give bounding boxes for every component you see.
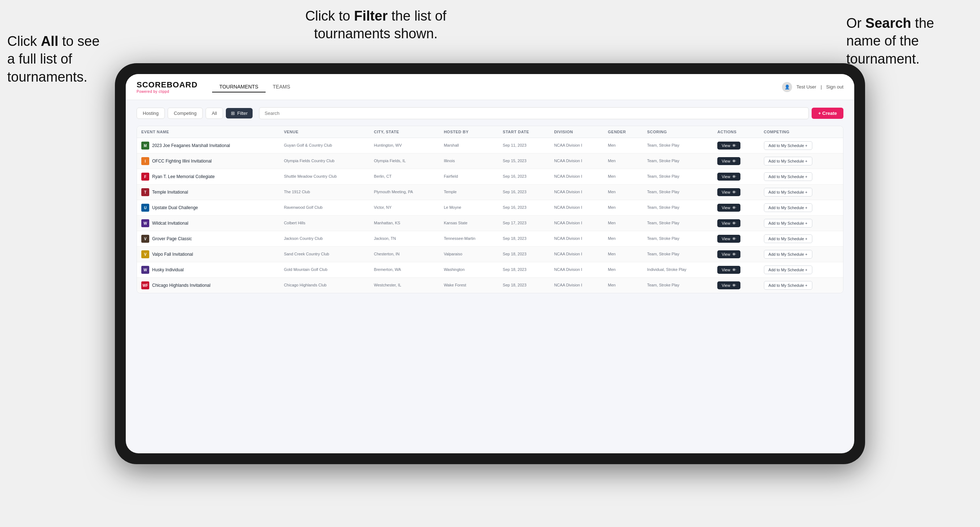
col-actions: ACTIONS xyxy=(713,126,759,138)
hosting-button[interactable]: Hosting xyxy=(137,108,165,119)
cell-actions-9: View 👁 xyxy=(713,278,759,293)
cell-city-state-4: Victor, NY xyxy=(370,200,439,216)
eye-icon-1: 👁 xyxy=(732,159,736,163)
view-button-2[interactable]: View 👁 xyxy=(717,173,740,181)
table-row: T Temple Invitational The 1912 Club Plym… xyxy=(137,184,843,200)
filter-button[interactable]: ⊞ Filter xyxy=(226,108,253,119)
cell-division-8: NCAA Division I xyxy=(550,262,603,278)
cell-venue-1: Olympia Fields Country Club xyxy=(280,154,370,169)
add-schedule-button-6[interactable]: Add to My Schedule + xyxy=(764,235,812,243)
view-button-8[interactable]: View 👁 xyxy=(717,266,740,274)
add-schedule-button-2[interactable]: Add to My Schedule + xyxy=(764,172,812,181)
add-schedule-button-0[interactable]: Add to My Schedule + xyxy=(764,141,812,150)
tab-teams[interactable]: TEAMS xyxy=(266,82,298,92)
cell-hosted-by-0: Marshall xyxy=(439,138,498,154)
cell-venue-0: Guyan Golf & Country Club xyxy=(280,138,370,154)
add-schedule-button-7[interactable]: Add to My Schedule + xyxy=(764,250,812,259)
eye-icon-7: 👁 xyxy=(732,252,736,256)
cell-venue-7: Sand Creek Country Club xyxy=(280,247,370,262)
col-venue: VENUE xyxy=(280,126,370,138)
view-button-5[interactable]: View 👁 xyxy=(717,219,740,227)
all-button[interactable]: All xyxy=(205,108,223,119)
view-button-1[interactable]: View 👁 xyxy=(717,157,740,165)
col-gender: GENDER xyxy=(603,126,643,138)
cell-hosted-by-1: Illinois xyxy=(439,154,498,169)
team-logo-1: I xyxy=(141,157,149,165)
filter-bar: Hosting Competing All ⊞ Filter + Create xyxy=(137,107,843,119)
cell-city-state-5: Manhattan, KS xyxy=(370,216,439,231)
cell-gender-0: Men xyxy=(603,138,643,154)
view-button-9[interactable]: View 👁 xyxy=(717,281,740,289)
cell-scoring-8: Individual, Stroke Play xyxy=(643,262,713,278)
annotation-top-center: Click to Filter the list oftournaments s… xyxy=(275,7,477,43)
cell-hosted-by-4: Le Moyne xyxy=(439,200,498,216)
cell-hosted-by-3: Temple xyxy=(439,184,498,200)
table-row: WF Chicago Highlands Invitational Chicag… xyxy=(137,278,843,293)
cell-division-5: NCAA Division I xyxy=(550,216,603,231)
cell-city-state-9: Westchester, IL xyxy=(370,278,439,293)
add-schedule-button-4[interactable]: Add to My Schedule + xyxy=(764,203,812,212)
team-logo-2: F xyxy=(141,173,149,181)
logo-area: SCOREBOARD Powered by clippd xyxy=(137,80,198,94)
cell-gender-1: Men xyxy=(603,154,643,169)
filter-button-label: Filter xyxy=(237,111,248,116)
cell-competing-6: Add to My Schedule + xyxy=(760,231,843,247)
cell-actions-7: View 👁 xyxy=(713,247,759,262)
add-schedule-button-3[interactable]: Add to My Schedule + xyxy=(764,188,812,197)
cell-gender-7: Men xyxy=(603,247,643,262)
view-button-3[interactable]: View 👁 xyxy=(717,188,740,196)
cell-event-name-4: U Upstate Dual Challenge xyxy=(137,200,280,216)
cell-competing-9: Add to My Schedule + xyxy=(760,278,843,293)
cell-division-9: NCAA Division I xyxy=(550,278,603,293)
team-logo-0: M xyxy=(141,141,149,149)
cell-city-state-3: Plymouth Meeting, PA xyxy=(370,184,439,200)
cell-start-date-1: Sep 15, 2023 xyxy=(498,154,550,169)
cell-start-date-5: Sep 17, 2023 xyxy=(498,216,550,231)
search-input-wrap xyxy=(259,107,809,119)
cell-event-name-6: V Grover Page Classic xyxy=(137,231,280,247)
cell-division-3: NCAA Division I xyxy=(550,184,603,200)
cell-start-date-2: Sep 16, 2023 xyxy=(498,169,550,184)
view-button-6[interactable]: View 👁 xyxy=(717,235,740,243)
cell-city-state-2: Berlin, CT xyxy=(370,169,439,184)
cell-event-name-5: W Wildcat Invitational xyxy=(137,216,280,231)
add-schedule-button-8[interactable]: Add to My Schedule + xyxy=(764,265,812,274)
competing-button[interactable]: Competing xyxy=(168,108,203,119)
eye-icon-0: 👁 xyxy=(732,143,736,148)
view-button-7[interactable]: View 👁 xyxy=(717,250,740,258)
event-name-text-5: Wildcat Invitational xyxy=(152,221,188,226)
create-button[interactable]: + Create xyxy=(811,108,843,119)
cell-division-1: NCAA Division I xyxy=(550,154,603,169)
cell-actions-5: View 👁 xyxy=(713,216,759,231)
cell-competing-2: Add to My Schedule + xyxy=(760,169,843,184)
view-button-4[interactable]: View 👁 xyxy=(717,204,740,212)
cell-competing-5: Add to My Schedule + xyxy=(760,216,843,231)
col-city-state: CITY, STATE xyxy=(370,126,439,138)
cell-start-date-9: Sep 18, 2023 xyxy=(498,278,550,293)
add-schedule-button-9[interactable]: Add to My Schedule + xyxy=(764,281,812,290)
cell-division-0: NCAA Division I xyxy=(550,138,603,154)
content-area: Hosting Competing All ⊞ Filter + Create xyxy=(126,100,854,453)
add-schedule-button-5[interactable]: Add to My Schedule + xyxy=(764,219,812,227)
cell-venue-4: Ravenwood Golf Club xyxy=(280,200,370,216)
cell-actions-1: View 👁 xyxy=(713,154,759,169)
cell-venue-5: Colbert Hills xyxy=(280,216,370,231)
tab-tournaments[interactable]: TOURNAMENTS xyxy=(212,82,266,92)
cell-gender-9: Men xyxy=(603,278,643,293)
search-input[interactable] xyxy=(259,107,809,119)
signout-link[interactable]: Sign out xyxy=(826,84,843,90)
col-start-date: START DATE xyxy=(498,126,550,138)
team-logo-9: WF xyxy=(141,281,149,289)
event-name-text-0: 2023 Joe Feaganes Marshall Invitational xyxy=(152,143,230,148)
cell-division-2: NCAA Division I xyxy=(550,169,603,184)
cell-scoring-7: Team, Stroke Play xyxy=(643,247,713,262)
app-header: SCOREBOARD Powered by clippd TOURNAMENTS… xyxy=(126,74,854,100)
add-schedule-button-1[interactable]: Add to My Schedule + xyxy=(764,157,812,165)
cell-actions-4: View 👁 xyxy=(713,200,759,216)
cell-event-name-3: T Temple Invitational xyxy=(137,184,280,200)
cell-gender-5: Men xyxy=(603,216,643,231)
cell-venue-6: Jackson Country Club xyxy=(280,231,370,247)
cell-event-name-1: I OFCC Fighting Illini Invitational xyxy=(137,154,280,169)
view-button-0[interactable]: View 👁 xyxy=(717,141,740,149)
cell-competing-8: Add to My Schedule + xyxy=(760,262,843,278)
